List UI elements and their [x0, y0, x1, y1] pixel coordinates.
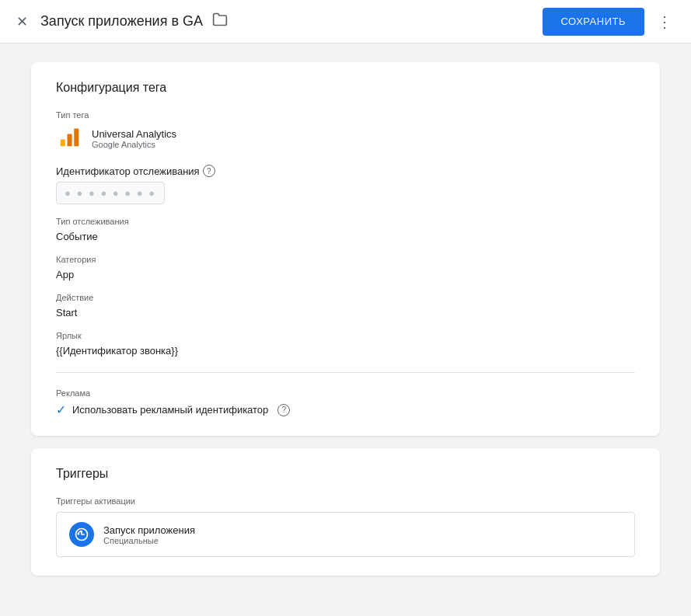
tracking-type-value: Событие — [56, 231, 635, 242]
close-icon[interactable]: ✕ — [12, 12, 31, 31]
header: ✕ Запуск приложения в GA СОХРАНИТЬ ⋮ — [0, 0, 691, 44]
checkbox-check-icon: ✓ — [56, 402, 66, 417]
trigger-icon-circle — [69, 522, 94, 547]
svg-rect-2 — [74, 129, 79, 147]
svg-rect-0 — [61, 140, 65, 147]
tag-type-row: Universal Analytics Google Analytics — [56, 124, 635, 152]
triggers-title: Триггеры — [56, 467, 635, 481]
tag-type-info: Universal Analytics Google Analytics — [92, 128, 176, 149]
ads-section: Реклама ✓ Использовать рекламный идентиф… — [56, 388, 635, 417]
activation-label: Триггеры активации — [56, 496, 635, 506]
ads-help-icon[interactable]: ? — [277, 404, 290, 416]
action-label: Действие — [56, 293, 635, 302]
action-value: Start — [56, 307, 635, 318]
ads-checkbox-row[interactable]: ✓ Использовать рекламный идентификатор ? — [56, 402, 635, 417]
trigger-item[interactable]: Запуск приложения Специальные — [56, 512, 635, 557]
tracking-id-label: Идентификатор отслеживания ? — [56, 165, 215, 177]
ga-icon — [56, 124, 84, 152]
save-button[interactable]: СОХРАНИТЬ — [543, 8, 644, 36]
category-label: Категория — [56, 255, 635, 264]
action-section: Действие Start — [56, 293, 635, 318]
tracking-id-help-icon[interactable]: ? — [203, 165, 215, 177]
more-icon[interactable]: ⋮ — [651, 8, 679, 36]
label-value: {{Идентификатор звонка}} — [56, 345, 635, 357]
label-section: Ярлык {{Идентификатор звонка}} — [56, 331, 635, 357]
label-label: Ярлык — [56, 331, 635, 340]
trigger-type: Специальные — [103, 536, 195, 545]
main-content: Конфигурация тега Тип тега Universal Ana… — [0, 44, 691, 594]
trigger-info: Запуск приложения Специальные — [103, 524, 195, 545]
tag-type-label: Тип тега — [56, 110, 635, 120]
tracking-id-value: ● ● ● ● ● ● ● ● — [56, 182, 165, 204]
tag-type-sub: Google Analytics — [92, 140, 176, 149]
tracking-type-label: Тип отслеживания — [56, 217, 635, 226]
ads-checkbox-label: Использовать рекламный идентификатор — [72, 404, 268, 416]
category-value: App — [56, 269, 635, 280]
page-title: Запуск приложения в GA — [40, 13, 203, 30]
tag-config-card: Конфигурация тега Тип тега Universal Ana… — [31, 62, 660, 436]
header-right: СОХРАНИТЬ ⋮ — [543, 8, 679, 36]
header-left: ✕ Запуск приложения в GA — [12, 12, 228, 31]
tag-type-name: Universal Analytics — [92, 128, 176, 140]
folder-icon[interactable] — [212, 12, 228, 31]
triggers-card: Триггеры Триггеры активации Запуск прило… — [31, 448, 660, 576]
divider — [56, 372, 635, 373]
tracking-type-section: Тип отслеживания Событие — [56, 217, 635, 242]
svg-rect-1 — [68, 134, 72, 147]
tracking-id-section: Идентификатор отслеживания ? ● ● ● ● ● ●… — [56, 165, 635, 204]
ads-label: Реклама — [56, 388, 635, 398]
category-section: Категория App — [56, 255, 635, 280]
tag-config-title: Конфигурация тега — [56, 81, 635, 95]
trigger-name: Запуск приложения — [103, 524, 195, 536]
